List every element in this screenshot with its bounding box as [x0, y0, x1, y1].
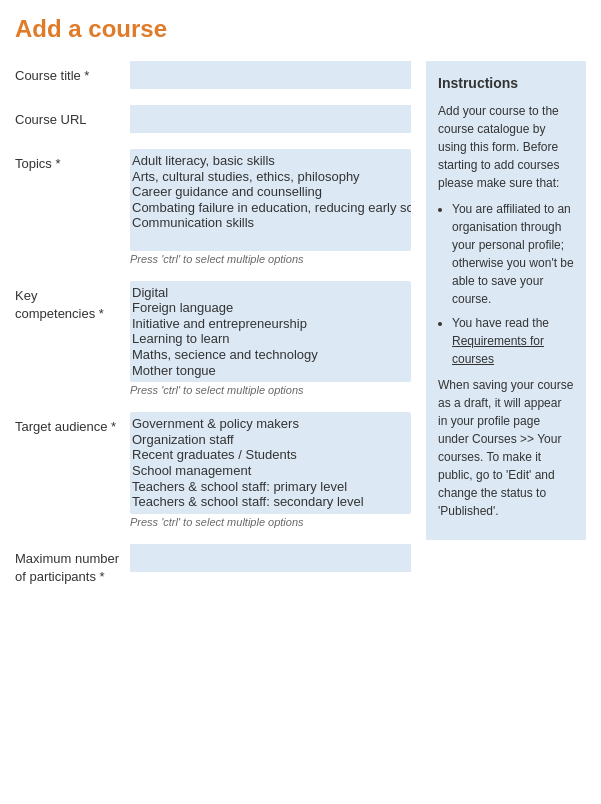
course-title-input[interactable]: [130, 61, 411, 89]
target-audience-label: Target audience *: [15, 412, 120, 436]
instructions-bullet2: You have read the Requirements for cours…: [452, 314, 574, 368]
requirements-link[interactable]: Requirements for courses: [452, 334, 544, 366]
instructions-paragraph1: Add your course to the course catalogue …: [438, 102, 574, 192]
topics-select[interactable]: Adult literacy, basic skillsArts, cultur…: [130, 149, 411, 251]
topics-hint: Press 'ctrl' to select multiple options: [130, 253, 411, 265]
target-audience-select[interactable]: Government & policy makersOrganization s…: [130, 412, 411, 514]
course-url-label: Course URL: [15, 105, 120, 129]
page-title: Add a course: [15, 15, 586, 43]
course-url-input[interactable]: [130, 105, 411, 133]
instructions-paragraph2: When saving your course as a draft, it w…: [438, 376, 574, 520]
target-audience-hint: Press 'ctrl' to select multiple options: [130, 516, 411, 528]
instructions-bullet2-prefix: You have read the: [452, 316, 549, 330]
max-participants-input[interactable]: [130, 544, 411, 572]
course-title-label: Course title *: [15, 61, 120, 85]
key-competencies-label: Key competencies *: [15, 281, 120, 323]
instructions-bullet1: You are affiliated to an organisation th…: [452, 200, 574, 308]
instructions-title: Instructions: [438, 73, 574, 94]
max-participants-label: Maximum number of participants *: [15, 544, 120, 586]
key-competencies-hint: Press 'ctrl' to select multiple options: [130, 384, 411, 396]
key-competencies-select[interactable]: DigitalForeign languageInitiative and en…: [130, 281, 411, 383]
topics-label: Topics *: [15, 149, 120, 173]
instructions-box: Instructions Add your course to the cour…: [426, 61, 586, 540]
